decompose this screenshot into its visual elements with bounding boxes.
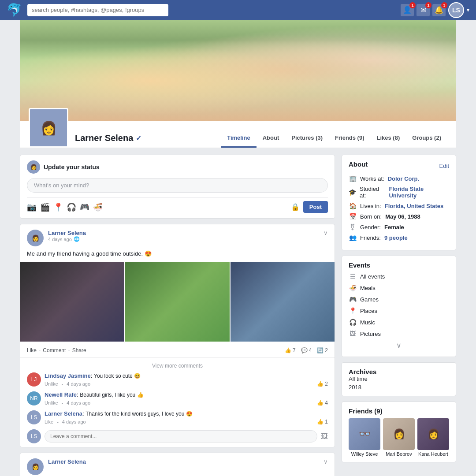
- comment-3-author[interactable]: Larner Selena: [45, 410, 82, 417]
- status-input[interactable]: What's on your mind?: [27, 178, 328, 193]
- comment-2-author[interactable]: Newell Rafe: [45, 391, 77, 398]
- about-edit-link[interactable]: Edit: [439, 163, 449, 169]
- events-list: ☰ All events 🍜 Meals 🎮 Games 📍 Places 🎧: [349, 271, 449, 339]
- post2-chevron-icon[interactable]: ∨: [324, 458, 328, 465]
- friend-2[interactable]: 👩 Mari Bobrov: [383, 418, 415, 457]
- archives-card: Archives All time 2018: [342, 362, 456, 396]
- event-games[interactable]: 🎮 Games: [349, 294, 449, 305]
- comment-image-icon[interactable]: 🖼: [321, 432, 328, 440]
- comment-3-time: 4 days ago: [62, 419, 86, 424]
- user-menu-dropdown-icon[interactable]: ▾: [467, 7, 469, 13]
- event-pictures[interactable]: 🖼 Pictures: [349, 328, 449, 339]
- post2-author-name[interactable]: Larner Selena: [48, 458, 319, 465]
- tab-pictures[interactable]: Pictures (3): [285, 129, 329, 148]
- friend-1[interactable]: 👓 Willey Steve: [349, 418, 380, 457]
- comment-3-text: Thanks for the kind words guys, I love y…: [86, 411, 192, 417]
- event-all-events[interactable]: ☰ All events: [349, 271, 449, 282]
- search-input[interactable]: [27, 4, 168, 16]
- post-author-avatar: 👩: [27, 230, 44, 246]
- tab-timeline[interactable]: Timeline: [221, 129, 257, 148]
- game-icon[interactable]: 🎮: [80, 202, 89, 212]
- post-header: 👩 Larner Selena 4 days ago 🌐 ∨: [20, 224, 335, 250]
- share-action[interactable]: Share: [72, 347, 86, 353]
- status-actions-right: 🔒 Post: [291, 201, 328, 213]
- comment-1-author[interactable]: Lindsay Jasmine: [45, 372, 91, 379]
- tab-about[interactable]: About: [257, 129, 286, 148]
- archives-all-time[interactable]: All time: [349, 376, 449, 382]
- studied-value[interactable]: Florida State University: [389, 186, 449, 199]
- works-icon: 🏢: [349, 175, 357, 182]
- comment-3: LS Larner Selena: Thanks for the kind wo…: [27, 410, 328, 425]
- post-image-3[interactable]: [231, 262, 335, 342]
- status-header: 👩 Update your status: [27, 160, 328, 174]
- events-chevron-button[interactable]: ∨: [396, 341, 402, 350]
- friend-requests-button[interactable]: 👤 1: [401, 4, 414, 16]
- pictures-icon: 🖼: [349, 330, 357, 337]
- comments-section: View more comments LJ Lindsay Jasmine: Y…: [20, 357, 335, 446]
- post-author-name[interactable]: Larner Selena: [48, 230, 319, 236]
- event-places[interactable]: 📍 Places: [349, 305, 449, 316]
- archives-2018[interactable]: 2018: [349, 384, 449, 390]
- friend-3[interactable]: 👩 Kana Heubert: [417, 418, 449, 457]
- user-avatar-button[interactable]: LS: [448, 2, 464, 18]
- works-value[interactable]: Dolor Corp.: [388, 175, 420, 182]
- event-meals[interactable]: 🍜 Meals: [349, 282, 449, 294]
- friend-3-avatar: 👩: [417, 418, 449, 450]
- location-icon[interactable]: 📍: [53, 202, 63, 212]
- video-icon[interactable]: 🎬: [40, 202, 50, 212]
- post-image-1[interactable]: [20, 262, 124, 342]
- post-card-2: 👩 Larner Selena ∨: [20, 453, 335, 476]
- tab-likes[interactable]: Likes (8): [371, 129, 406, 148]
- notifications-badge: 3: [441, 2, 447, 8]
- lives-value[interactable]: Florida, United States: [385, 203, 444, 209]
- post2-meta: Larner Selena: [48, 458, 319, 465]
- friends-card: Friends (9) 👓 Willey Steve 👩 Mari Bobrov…: [342, 402, 456, 462]
- friends-value[interactable]: 9 people: [384, 234, 408, 241]
- profile-tabs: Timeline About Pictures (3) Friends (9) …: [221, 129, 447, 148]
- topnav: 🐬 👤 1 ✉ 1 🔔 3 LS ▾: [0, 0, 476, 20]
- comment-3-sep: -: [57, 419, 59, 424]
- food-icon[interactable]: 🍜: [93, 202, 103, 212]
- post-text: Me and my friend having a good time outs…: [20, 250, 335, 262]
- event-places-label: Places: [360, 308, 377, 314]
- post-chevron-icon[interactable]: ∨: [324, 230, 328, 236]
- comment-3-like[interactable]: Like: [45, 419, 53, 424]
- comment-input[interactable]: [45, 430, 317, 443]
- tab-friends[interactable]: Friends (9): [329, 129, 370, 148]
- music-icon: 🎧: [349, 319, 357, 326]
- privacy-icon[interactable]: 🔒: [291, 203, 300, 211]
- profile-name: Larner Selena ✓: [75, 133, 214, 143]
- tab-groups[interactable]: Groups (2): [406, 129, 447, 148]
- comment-1: LJ Lindsay Jasmine: You look so cute 😆 U…: [27, 372, 328, 387]
- view-more-comments[interactable]: View more comments: [27, 361, 328, 372]
- works-label: Works at:: [360, 175, 384, 182]
- like-action[interactable]: Like: [27, 347, 37, 353]
- friends-about-icon: 👥: [349, 234, 357, 241]
- comment-2-unlike[interactable]: Unlike: [45, 400, 58, 405]
- comment-3-avatar: LS: [27, 410, 41, 424]
- comment-action[interactable]: Comment: [43, 347, 66, 353]
- comment-1-text: You look so cute 😆: [94, 373, 141, 379]
- logo-icon[interactable]: 🐬: [7, 3, 22, 17]
- notifications-button[interactable]: 🔔 3: [432, 4, 446, 16]
- cover-photo: [20, 20, 456, 121]
- event-music[interactable]: 🎧 Music: [349, 316, 449, 328]
- profile-name-area: Larner Selena ✓: [75, 133, 214, 148]
- camera-icon[interactable]: 📷: [27, 202, 37, 212]
- post-image-2[interactable]: [125, 262, 229, 342]
- comment-3-body: Larner Selena: Thanks for the kind words…: [45, 410, 328, 425]
- messages-button[interactable]: ✉ 1: [416, 4, 430, 16]
- about-works: 🏢 Works at: Dolor Corp.: [349, 175, 449, 182]
- profile-info-bar: 👩 Larner Selena ✓ Timeline About Picture…: [20, 121, 456, 148]
- post2-stub: 👩 Larner Selena ∨: [20, 453, 335, 476]
- studied-icon: 🎓: [349, 189, 356, 196]
- comments-count: 💬 4: [301, 347, 312, 353]
- cover-women-image: [20, 20, 456, 121]
- messages-badge: 1: [425, 2, 431, 8]
- event-all-label: All events: [360, 273, 385, 280]
- post-button[interactable]: Post: [303, 201, 328, 213]
- comment-2-body: Newell Rafe: Beautiful girls, I like you…: [45, 391, 328, 406]
- comment-1-unlike[interactable]: Unlike: [45, 381, 58, 387]
- headphones-icon[interactable]: 🎧: [67, 202, 76, 212]
- lives-icon: 🏠: [349, 202, 357, 209]
